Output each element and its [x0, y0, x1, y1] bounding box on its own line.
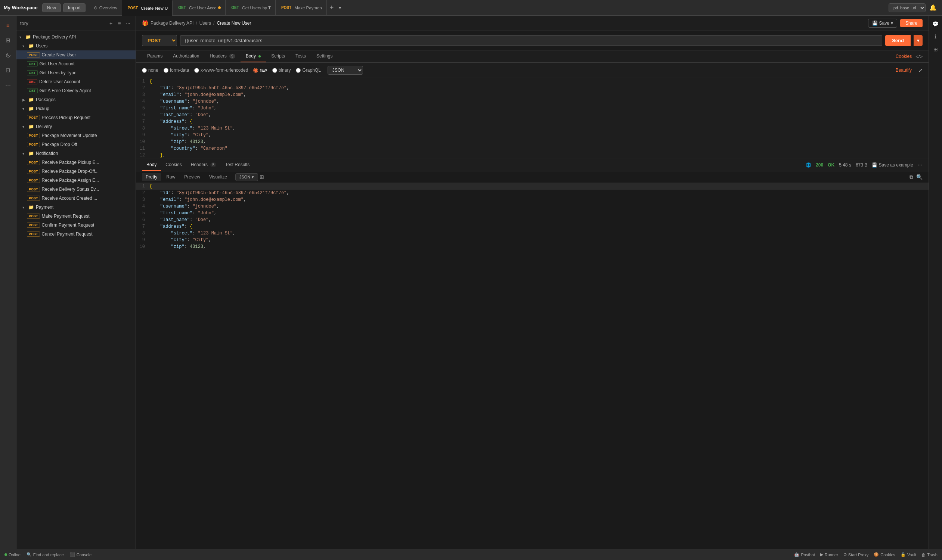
item-receive-assign[interactable]: POST Receive Package Assign E...	[17, 176, 136, 185]
option-urlencoded[interactable]: x-www-form-urlencoded	[194, 68, 248, 73]
item-make-payment[interactable]: POST Make Payment Request	[17, 212, 136, 221]
env-selector[interactable]: pd_base_url	[889, 3, 925, 12]
import-button[interactable]: Import	[63, 3, 86, 12]
postbot-button[interactable]: 🤖 Postbot	[794, 552, 815, 557]
sidebar-mock-icon[interactable]: ⊡	[2, 63, 15, 77]
vault-button[interactable]: 🔒 Vault	[900, 552, 916, 557]
form-data-radio[interactable]	[163, 68, 168, 73]
binary-radio[interactable]	[272, 68, 277, 73]
send-dropdown-button[interactable]: ▾	[914, 35, 923, 46]
folder-delivery[interactable]: ▾ 📁 Delivery	[17, 122, 136, 131]
copy-button[interactable]: ⧉	[910, 174, 913, 180]
filter-button[interactable]: ≡	[116, 18, 122, 28]
item-recieve-dropoff[interactable]: POST Recieve Package Drop-Off...	[17, 167, 136, 176]
response-code-area[interactable]: 1 { 2 "id": "8yujcf99c5-55bf-465c-b897-e…	[136, 183, 928, 286]
option-none[interactable]: none	[142, 68, 158, 73]
option-raw[interactable]: raw	[253, 68, 267, 73]
tab-authorization[interactable]: Authorization	[168, 51, 204, 62]
item-free-delivery[interactable]: GET Get A Free Delivery Agent	[17, 86, 136, 95]
item-cancel-payment[interactable]: POST Cancel Payment Request	[17, 229, 136, 238]
tab-overview[interactable]: ⊙ Overview	[89, 0, 122, 16]
sidebar-more-icon[interactable]: ⋯	[2, 78, 15, 92]
option-form-data[interactable]: form-data	[163, 68, 189, 73]
item-package-dropoff[interactable]: POST Package Drop Off	[17, 140, 136, 149]
request-body-editor[interactable]: 1 { 2 "id": "8yujcf99c5-55bf-465c-b897-e…	[136, 78, 928, 158]
raw-radio[interactable]	[253, 68, 258, 73]
folder-pickup[interactable]: ▾ 📁 Pickup	[17, 104, 136, 113]
folder-payment[interactable]: ▾ 📁 Payment	[17, 203, 136, 212]
tab-tests[interactable]: Tests	[290, 51, 311, 62]
json-format-select[interactable]: JSON Text JavaScript XML HTML	[328, 66, 363, 75]
item-process-pickup[interactable]: POST Process Pickup Request	[17, 113, 136, 122]
new-button[interactable]: New	[42, 3, 61, 12]
fmt-tab-pretty[interactable]: Pretty	[142, 173, 161, 181]
fmt-tab-raw[interactable]: Raw	[162, 173, 179, 181]
sidebar-history-icon[interactable]	[2, 49, 15, 62]
method-select[interactable]: POST GET PUT DELETE PATCH	[142, 35, 177, 46]
trash-button[interactable]: 🗑 Trash	[922, 552, 937, 557]
add-tab-button[interactable]: +	[327, 4, 337, 12]
tab-create-new-user[interactable]: POST Create New U	[122, 0, 173, 16]
tab-get-user-accc[interactable]: GET Get User Accc	[173, 0, 226, 16]
tab-settings[interactable]: Settings	[311, 51, 338, 62]
more-options-button[interactable]: ···	[124, 18, 132, 28]
urlencoded-radio[interactable]	[194, 68, 199, 73]
tab-params[interactable]: Params	[142, 51, 168, 62]
save-button[interactable]: 💾 Save ▾	[868, 18, 897, 28]
sidebar-collections-icon[interactable]: ≡	[2, 18, 15, 32]
item-get-users-by-type[interactable]: GET Get Users by Type	[17, 68, 136, 77]
breadcrumb-folder[interactable]: Users	[199, 20, 211, 26]
more-options-button[interactable]: ···	[918, 162, 923, 168]
tab-make-payment[interactable]: POST Make Paymen	[276, 0, 327, 16]
find-replace-button[interactable]: 🔍 Find and replace	[26, 552, 64, 557]
item-get-user-account[interactable]: GET Get User Account	[17, 59, 136, 68]
item-receive-account-created[interactable]: POST Receive Account Created ...	[17, 194, 136, 203]
filter-button[interactable]: ⊞	[260, 174, 264, 180]
add-collection-button[interactable]: +	[108, 18, 114, 28]
notifications-icon[interactable]: 🔔	[928, 3, 938, 13]
folder-users[interactable]: ▾ 📁 Users	[17, 42, 136, 51]
code-icon[interactable]: </>	[916, 54, 923, 59]
resp-tab-body[interactable]: Body	[142, 159, 161, 171]
fmt-tab-preview[interactable]: Preview	[180, 173, 204, 181]
folder-notification[interactable]: ▾ 📁 Notification	[17, 149, 136, 158]
runner-button[interactable]: ▶ Runner	[820, 552, 838, 557]
cookies-link[interactable]: Cookies	[896, 54, 912, 59]
search-button[interactable]: 🔍	[916, 174, 923, 180]
item-delete-user[interactable]: DEL Delete User Account	[17, 77, 136, 86]
tab-scripts[interactable]: Scripts	[266, 51, 290, 62]
fmt-tab-visualize[interactable]: Visualize	[205, 173, 231, 181]
save-example-button[interactable]: 💾 Save as example	[872, 162, 913, 168]
resp-tab-cookies[interactable]: Cookies	[161, 159, 186, 171]
tab-headers[interactable]: Headers 9	[204, 51, 240, 62]
folder-packages[interactable]: ▶ 📁 Packages	[17, 95, 136, 104]
collection-root[interactable]: ▾ 📁 Package Delivery API	[17, 32, 136, 42]
share-button[interactable]: Share	[900, 19, 923, 27]
url-input[interactable]	[180, 35, 882, 46]
item-receive-delivery-status[interactable]: POST Receive Delivery Status Ev...	[17, 185, 136, 194]
comments-icon[interactable]: 💬	[930, 18, 941, 29]
tab-get-users-by-t[interactable]: GET Get Users by T	[226, 0, 276, 16]
graphql-radio[interactable]	[296, 68, 301, 73]
none-radio[interactable]	[142, 68, 147, 73]
tab-body[interactable]: Body	[241, 51, 266, 62]
start-proxy-button[interactable]: ⊙ Start Proxy	[843, 552, 868, 557]
info-icon[interactable]: ℹ	[930, 31, 941, 42]
expand-button[interactable]: ⤢	[919, 68, 923, 73]
option-graphql[interactable]: GraphQL	[296, 68, 321, 73]
cookies-button[interactable]: 🍪 Cookies	[874, 552, 895, 557]
item-receive-pickup[interactable]: POST Receive Package Pickup E...	[17, 158, 136, 167]
breadcrumb-collection[interactable]: Package Delivery API	[151, 20, 193, 26]
option-binary[interactable]: binary	[272, 68, 291, 73]
item-package-movement[interactable]: POST Package Movement Update	[17, 131, 136, 140]
console-button[interactable]: ⬛ Console	[70, 552, 91, 557]
json-pill[interactable]: JSON ▾	[235, 173, 258, 181]
resp-tab-test-results[interactable]: Test Results	[221, 159, 254, 171]
resp-tab-headers[interactable]: Headers 5	[187, 159, 221, 171]
item-create-new-user[interactable]: POST Create New User	[17, 51, 136, 59]
item-confirm-payment[interactable]: POST Confirm Payment Request	[17, 221, 136, 229]
tabs-chevron-button[interactable]: ▾	[336, 5, 344, 11]
sidebar-environments-icon[interactable]: ⊞	[2, 34, 15, 47]
send-button[interactable]: Send	[885, 35, 911, 46]
beautify-button[interactable]: Beautify	[896, 68, 912, 73]
